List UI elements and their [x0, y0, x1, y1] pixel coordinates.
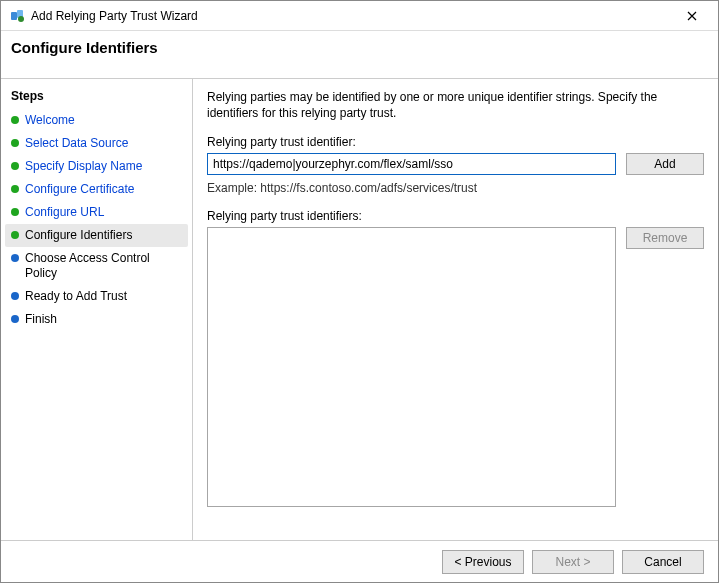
step-select-data-source[interactable]: Select Data Source [5, 132, 188, 155]
next-button: Next > [532, 550, 614, 574]
window-title: Add Relying Party Trust Wizard [31, 9, 672, 23]
bullet-icon [11, 185, 19, 193]
step-label: Finish [25, 312, 57, 327]
identifiers-listbox[interactable] [207, 227, 616, 507]
step-welcome[interactable]: Welcome [5, 109, 188, 132]
step-configure-url[interactable]: Configure URL [5, 201, 188, 224]
step-choose-access-control-policy[interactable]: Choose Access Control Policy [5, 247, 188, 285]
step-ready-to-add-trust[interactable]: Ready to Add Trust [5, 285, 188, 308]
titlebar: Add Relying Party Trust Wizard [1, 1, 718, 31]
remove-button: Remove [626, 227, 704, 249]
identifiers-list-wrap: Remove [207, 227, 704, 572]
step-configure-identifiers[interactable]: Configure Identifiers [5, 224, 188, 247]
identifiers-list-label: Relying party trust identifiers: [207, 209, 704, 223]
step-label: Configure URL [25, 205, 104, 220]
cancel-button[interactable]: Cancel [622, 550, 704, 574]
svg-point-2 [18, 16, 24, 22]
bullet-icon [11, 315, 19, 323]
step-finish[interactable]: Finish [5, 308, 188, 331]
step-label: Choose Access Control Policy [25, 251, 182, 281]
description-text: Relying parties may be identified by one… [207, 89, 704, 121]
identifier-label: Relying party trust identifier: [207, 135, 704, 149]
step-label: Specify Display Name [25, 159, 142, 174]
previous-button[interactable]: < Previous [442, 550, 524, 574]
steps-heading: Steps [5, 85, 188, 109]
steps-sidebar: Steps Welcome Select Data Source Specify… [1, 79, 193, 582]
bullet-icon [11, 139, 19, 147]
step-label: Configure Certificate [25, 182, 134, 197]
close-button[interactable] [672, 2, 712, 30]
bullet-icon [11, 231, 19, 239]
identifier-input[interactable] [207, 153, 616, 175]
page-title: Configure Identifiers [1, 31, 718, 79]
wizard-footer: < Previous Next > Cancel [1, 540, 718, 582]
step-configure-certificate[interactable]: Configure Certificate [5, 178, 188, 201]
main-panel: Relying parties may be identified by one… [193, 79, 718, 582]
example-text: Example: https://fs.contoso.com/adfs/ser… [207, 181, 704, 195]
wizard-body: Steps Welcome Select Data Source Specify… [1, 79, 718, 582]
identifier-row: Add [207, 153, 704, 175]
svg-rect-0 [11, 12, 17, 20]
bullet-icon [11, 116, 19, 124]
add-button[interactable]: Add [626, 153, 704, 175]
step-label: Welcome [25, 113, 75, 128]
bullet-icon [11, 254, 19, 262]
bullet-icon [11, 208, 19, 216]
step-label: Select Data Source [25, 136, 128, 151]
bullet-icon [11, 162, 19, 170]
step-label: Configure Identifiers [25, 228, 132, 243]
bullet-icon [11, 292, 19, 300]
app-icon [9, 8, 25, 24]
step-specify-display-name[interactable]: Specify Display Name [5, 155, 188, 178]
step-label: Ready to Add Trust [25, 289, 127, 304]
list-side-buttons: Remove [626, 227, 704, 572]
